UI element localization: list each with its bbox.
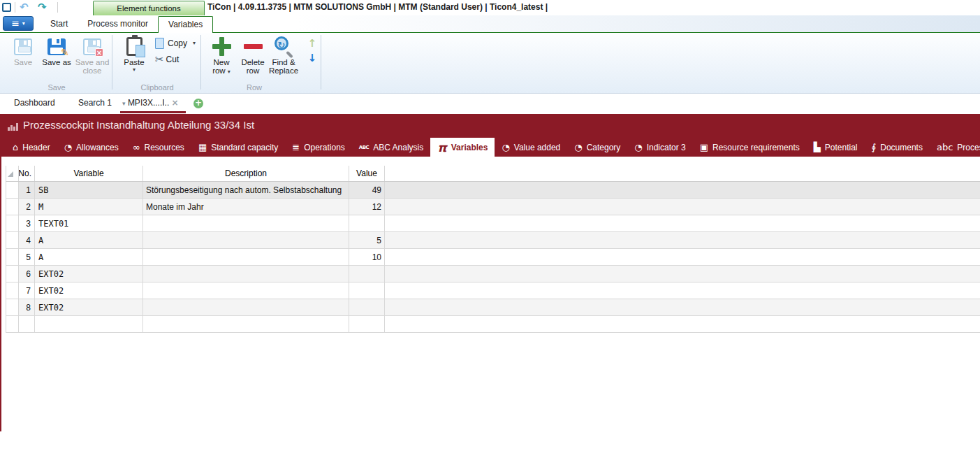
section-tab[interactable]: ◔ Allowances xyxy=(57,138,126,157)
column-header-value[interactable]: Value xyxy=(349,166,385,181)
row-handle-header[interactable] xyxy=(6,166,19,181)
cell-description[interactable] xyxy=(143,299,349,315)
cell-description[interactable] xyxy=(143,282,349,299)
section-tab-icon: ▙ xyxy=(814,142,821,152)
cell-value[interactable] xyxy=(349,282,385,299)
table-row[interactable]: 1 SB Störungsbeseitigung nach autom. Sel… xyxy=(6,182,980,199)
cell-description[interactable]: Monate im Jahr xyxy=(143,199,349,215)
row-handle[interactable] xyxy=(6,299,19,315)
cell-filler xyxy=(385,282,980,299)
row-handle[interactable] xyxy=(6,215,19,231)
table-row[interactable]: 6 EXT02 xyxy=(6,266,980,282)
cut-button[interactable]: ✂ Cut xyxy=(155,53,179,66)
copy-button[interactable]: Copy xyxy=(155,38,187,49)
hamburger-icon: ≡ xyxy=(11,17,20,29)
doc-tab-search[interactable]: Search 1 xyxy=(78,98,112,108)
cell-value[interactable]: 49 xyxy=(349,182,385,198)
section-tab[interactable]: ⌂ Header xyxy=(6,138,57,157)
row-handle[interactable] xyxy=(6,249,19,265)
section-tab[interactable]: ▦ Standard capacity xyxy=(191,138,285,157)
cell-variable[interactable]: EXT02 xyxy=(35,299,143,315)
app-menu-button[interactable]: ≡ ▾ xyxy=(3,16,34,31)
cell-variable[interactable]: M xyxy=(35,199,143,215)
add-tab-button[interactable]: + xyxy=(193,99,203,108)
save-as-button[interactable]: ✎ Save as xyxy=(41,35,73,66)
row-handle[interactable] xyxy=(6,266,19,282)
column-header-no[interactable]: No. xyxy=(19,166,35,181)
cell-filler xyxy=(385,316,980,332)
ribbon-tab[interactable]: Start xyxy=(41,16,78,32)
section-tab[interactable]: ∞ Resources xyxy=(126,138,191,157)
save-and-close-icon: × xyxy=(83,38,101,55)
move-down-button[interactable]: ↓ xyxy=(305,52,319,64)
section-tab[interactable]: ◔ Indicator 3 xyxy=(627,138,692,157)
cell-variable[interactable] xyxy=(35,316,143,332)
row-handle[interactable] xyxy=(6,199,19,215)
cell-value[interactable] xyxy=(349,299,385,315)
section-tab[interactable]: ◔ Value added xyxy=(495,138,567,157)
find-replace-button[interactable]: ↻ Find & Replace xyxy=(264,35,303,75)
cell-variable[interactable]: EXT02 xyxy=(35,282,143,299)
table-row[interactable]: 4 A 5 xyxy=(6,232,980,249)
cell-value[interactable]: 12 xyxy=(349,199,385,215)
ribbon-tab[interactable]: Process monitor xyxy=(78,16,158,32)
table-row[interactable]: 8 EXT02 xyxy=(6,299,980,316)
cell-value[interactable]: 10 xyxy=(349,249,385,265)
section-tab[interactable]: ▙ Potential xyxy=(807,138,865,157)
cell-description[interactable] xyxy=(143,266,349,282)
section-tab[interactable]: π Variables xyxy=(430,138,495,157)
cell-variable[interactable]: EXT02 xyxy=(35,266,143,282)
section-tab[interactable]: ABC ABC Analysis xyxy=(352,138,430,157)
section-tab-icon: ABC xyxy=(359,145,369,150)
chevron-down-icon[interactable]: ▾ xyxy=(122,100,126,107)
section-tab[interactable]: ◔ Category xyxy=(567,138,627,157)
cell-description[interactable] xyxy=(143,316,349,332)
section-tab[interactable]: abc Process description xyxy=(930,138,980,157)
cell-value[interactable] xyxy=(349,316,385,332)
redo-button[interactable]: ↷ xyxy=(38,1,47,13)
cell-value[interactable] xyxy=(349,215,385,231)
table-row[interactable]: 5 A 10 xyxy=(6,249,980,266)
cell-value[interactable]: 5 xyxy=(349,232,385,248)
doc-tab-active[interactable]: ▾ MPI3X....I.. × xyxy=(122,98,179,108)
row-handle[interactable] xyxy=(6,232,19,248)
page-title: Prozesscockpit Instandhaltung Abteilung … xyxy=(23,119,254,131)
section-tab-icon: ◔ xyxy=(502,142,509,152)
row-handle[interactable] xyxy=(6,282,19,299)
cell-description[interactable] xyxy=(143,232,349,248)
save-and-close-button[interactable]: × Save and close xyxy=(74,35,110,75)
cell-description[interactable] xyxy=(143,249,349,265)
select-all-corner-icon[interactable] xyxy=(8,171,13,177)
cell-variable[interactable]: TEXT01 xyxy=(35,215,143,231)
save-button[interactable]: Save xyxy=(7,35,39,66)
row-handle[interactable] xyxy=(6,182,19,198)
undo-button[interactable]: ↶ xyxy=(20,1,29,13)
paste-button[interactable]: Paste ▾ xyxy=(119,35,149,73)
column-header-description[interactable]: Description xyxy=(143,166,349,181)
cell-description[interactable] xyxy=(143,215,349,231)
table-body: 1 SB Störungsbeseitigung nach autom. Sel… xyxy=(6,182,980,333)
column-header-variable[interactable]: Variable xyxy=(35,166,143,181)
section-tab[interactable]: ∮ Documents xyxy=(864,138,929,157)
cell-description[interactable]: Störungsbeseitigung nach autom. Selbstab… xyxy=(143,182,349,198)
table-row[interactable] xyxy=(6,316,980,333)
row-handle[interactable] xyxy=(6,316,19,332)
cell-value[interactable] xyxy=(349,266,385,282)
cell-variable[interactable]: A xyxy=(35,232,143,248)
ribbon-tab[interactable]: Variables xyxy=(158,16,213,33)
section-tab[interactable]: ≣ Operations xyxy=(285,138,352,157)
copy-dropdown-caret[interactable]: ▾ xyxy=(193,40,196,46)
table-row[interactable]: 7 EXT02 xyxy=(6,282,980,299)
cell-variable[interactable]: A xyxy=(35,249,143,265)
clipboard-group-label: Clipboard xyxy=(116,83,198,92)
copy-label: Copy xyxy=(168,38,187,48)
cell-variable[interactable]: SB xyxy=(35,182,143,198)
new-row-button[interactable]: New row ▾ xyxy=(207,35,236,76)
table-row[interactable]: 2 M Monate im Jahr 12 xyxy=(6,199,980,215)
table-row[interactable]: 3 TEXT01 xyxy=(6,215,980,232)
move-up-button[interactable]: ↑ xyxy=(305,37,319,50)
chevron-down-icon: ▾ xyxy=(22,20,25,27)
doc-tab-dashboard[interactable]: Dashboard xyxy=(14,98,55,108)
close-icon[interactable]: × xyxy=(172,98,179,108)
section-tab[interactable]: ▣ Resource requirements xyxy=(693,138,807,157)
